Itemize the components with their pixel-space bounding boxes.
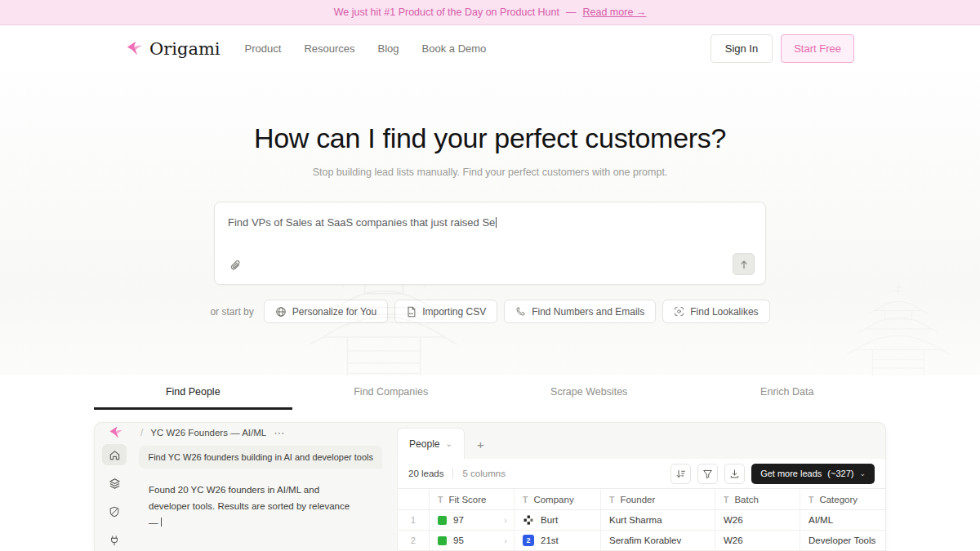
announcement-banner: We just hit #1 Product of the Day on Pro… [0, 0, 980, 25]
or-start-by-label: or start by [210, 306, 253, 318]
sidebar-item-security[interactable] [102, 501, 127, 522]
chat-panel: Find YC W26 founders building in AI and … [134, 442, 397, 551]
sort-button[interactable] [670, 464, 691, 484]
home-icon [109, 449, 121, 461]
lookalike-scan-icon [674, 306, 684, 317]
main-nav: Product Resources Blog Book a Demo [245, 42, 487, 55]
active-tab-underline [94, 407, 292, 410]
column-type-icon: T [523, 495, 528, 504]
table-row[interactable]: 2 95 › 2 21st Serafim Korablev W26 Devel… [398, 531, 885, 551]
breadcrumb-separator: / [140, 427, 143, 438]
tab-enrich-data[interactable]: Enrich Data [688, 386, 887, 410]
site-header: Origami Product Resources Blog Book a De… [0, 25, 980, 72]
shield-icon [109, 506, 120, 518]
column-type-icon: T [438, 495, 443, 504]
tab-find-people[interactable]: Find People [94, 386, 292, 410]
csv-file-icon [406, 306, 416, 318]
personalize-for-you-button[interactable]: Personalize for You [264, 300, 388, 323]
column-type-icon: T [609, 495, 614, 504]
streaming-cursor [161, 518, 162, 527]
category-cell: AI/ML [800, 510, 886, 530]
origami-logo[interactable]: Origami [126, 39, 220, 59]
expand-row-icon[interactable]: › [504, 515, 507, 525]
prompt-input[interactable]: Find VPs of Sales at SaaS companies that… [214, 202, 766, 285]
toolbar-divider [452, 468, 453, 479]
tab-find-companies[interactable]: Find Companies [292, 386, 491, 410]
sheet-tab-people[interactable]: People ⌄ [397, 428, 465, 459]
column-header-batch[interactable]: T Batch [715, 489, 800, 509]
get-more-leads-button[interactable]: Get more leads (~327) ⌄ [751, 464, 875, 484]
sheet-tabstrip: People ⌄ + [397, 423, 885, 459]
row-number: 1 [398, 510, 429, 530]
fit-score-swatch [438, 536, 447, 545]
fit-score-cell: 95 › [429, 531, 514, 550]
user-message: Find YC W26 founders building in AI and … [139, 446, 382, 469]
column-header-founder[interactable]: T Founder [600, 489, 715, 509]
batch-cell: W26 [715, 510, 800, 530]
hero-title: How can I find your perfect customers? [0, 72, 980, 154]
globe-icon [275, 306, 287, 318]
company-cell: 2 21st [514, 531, 600, 550]
fit-score-swatch [438, 516, 447, 525]
brand-name: Origami [149, 39, 220, 59]
importing-csv-button[interactable]: Importing CSV [394, 300, 497, 323]
row-number: 2 [398, 531, 429, 550]
sort-descending-icon [675, 469, 686, 479]
layers-icon [109, 478, 121, 490]
leads-count: 20 leads [408, 469, 443, 478]
app-preview-window: / YC W26 Founders — AI/ML ⋯ [94, 422, 886, 551]
download-icon [729, 469, 740, 479]
company-logo-burt [523, 514, 534, 526]
hero-section: How can I find your perfect customers? S… [0, 72, 980, 375]
submit-prompt-button[interactable] [733, 253, 755, 275]
find-numbers-emails-button[interactable]: Find Numbers and Emails [504, 300, 656, 323]
phone-icon [515, 306, 526, 317]
fit-score-cell: 97 › [429, 510, 514, 530]
column-header-company[interactable]: T Company [514, 489, 600, 509]
arrow-up-icon [738, 259, 750, 270]
table-row[interactable]: 1 97 › Burt [398, 510, 885, 531]
expand-row-icon[interactable]: › [504, 535, 507, 545]
sidebar-item-lists[interactable] [102, 473, 127, 494]
assistant-message: Found 20 YC W26 founders in AI/ML and de… [137, 482, 382, 531]
column-header-category[interactable]: T Category [800, 489, 886, 509]
breadcrumb[interactable]: YC W26 Founders — AI/ML [150, 428, 266, 438]
company-cell: Burt [514, 510, 600, 530]
find-lookalikes-button[interactable]: Find Lookalikes [662, 300, 769, 323]
batch-cell: W26 [715, 531, 800, 550]
more-options-icon[interactable]: ⋯ [274, 427, 285, 439]
filter-funnel-icon [702, 469, 713, 479]
sidebar-item-integrations[interactable] [102, 530, 127, 551]
plug-icon [109, 535, 120, 546]
nav-item-blog[interactable]: Blog [378, 42, 399, 55]
text-cursor [496, 217, 497, 228]
column-type-icon: T [724, 495, 728, 504]
nav-item-book-a-demo[interactable]: Book a Demo [422, 42, 487, 55]
preview-sidebar [95, 442, 134, 551]
banner-dash: — [566, 7, 577, 18]
origami-bird-icon-small [109, 425, 123, 440]
sign-in-button[interactable]: Sign In [710, 34, 773, 63]
column-header-fit-score[interactable]: T Fit Score [429, 489, 514, 509]
banner-read-more-link[interactable]: Read more → [583, 7, 647, 18]
start-free-button[interactable]: Start Free [781, 34, 854, 63]
preview-topbar: / YC W26 Founders — AI/ML ⋯ [95, 423, 397, 442]
hero-subtitle: Stop building lead lists manually. Find … [0, 167, 980, 178]
sidebar-item-home[interactable] [102, 444, 127, 465]
origami-bird-icon [126, 40, 143, 57]
nav-item-product[interactable]: Product [245, 42, 282, 55]
feature-tabs-section: Find People Find Companies Scrape Websit… [0, 375, 980, 422]
banner-text: We just hit #1 Product of the Day on Pro… [334, 7, 559, 18]
add-sheet-tab-button[interactable]: + [477, 438, 484, 459]
filter-button[interactable] [697, 464, 718, 484]
category-cell: Developer Tools [800, 531, 886, 550]
download-button[interactable] [724, 464, 745, 484]
nav-item-resources[interactable]: Resources [304, 42, 354, 55]
founder-cell: Kurt Sharma [600, 510, 715, 530]
tab-scrape-websites[interactable]: Scrape Websites [490, 386, 688, 410]
column-type-icon: T [808, 495, 813, 504]
company-logo-21st: 2 [523, 535, 534, 546]
sheet-toolbar: 20 leads 5 columns [398, 459, 885, 488]
attach-file-button[interactable] [227, 257, 245, 275]
columns-count: 5 columns [462, 469, 505, 478]
